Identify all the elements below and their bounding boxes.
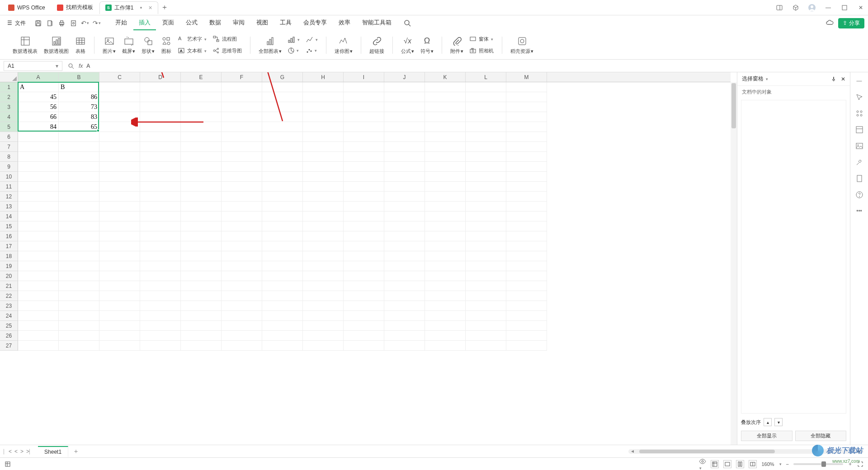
share-button[interactable]: ⇪ 分享 (838, 18, 864, 28)
row-header[interactable]: 19 (0, 261, 18, 271)
cell[interactable] (222, 331, 262, 341)
cell[interactable] (466, 112, 506, 122)
cell[interactable] (303, 192, 344, 202)
cell[interactable] (344, 331, 384, 341)
screenshot-button[interactable]: 截屏▾ (121, 35, 136, 56)
column-header[interactable]: A (18, 72, 59, 82)
cell[interactable] (222, 241, 262, 251)
cell[interactable] (384, 231, 425, 241)
preview-icon[interactable] (69, 19, 77, 27)
menu-tab-效率[interactable]: 效率 (333, 16, 356, 30)
cell[interactable] (140, 162, 181, 172)
cell[interactable] (466, 162, 506, 172)
textbox-button[interactable]: A文本框▾ (177, 47, 208, 56)
cell[interactable] (18, 182, 59, 192)
cell[interactable] (99, 251, 140, 261)
cell[interactable] (181, 152, 222, 162)
cell[interactable] (18, 221, 59, 231)
chart-scatter-icon[interactable]: ▾ (305, 47, 319, 55)
row-header[interactable]: 20 (0, 271, 18, 281)
cell[interactable] (466, 132, 506, 142)
cell[interactable] (262, 132, 303, 142)
column-header[interactable]: M (506, 72, 547, 82)
cell[interactable] (425, 202, 466, 212)
tool-icon[interactable] (854, 157, 864, 167)
cell[interactable] (59, 221, 99, 231)
cell[interactable] (425, 241, 466, 251)
row-header[interactable]: 9 (0, 162, 18, 172)
cell[interactable] (99, 172, 140, 182)
cell[interactable] (222, 311, 262, 321)
scrollbar-thumb[interactable] (639, 450, 775, 453)
cell[interactable] (181, 291, 222, 301)
cell[interactable] (59, 341, 99, 351)
cell[interactable] (506, 172, 547, 182)
cell[interactable] (425, 122, 466, 132)
cell[interactable] (384, 142, 425, 152)
hyperlink-button[interactable]: 超链接 (368, 35, 385, 56)
cell[interactable]: 73 (59, 102, 99, 112)
cell[interactable] (303, 241, 344, 251)
layout-icon[interactable] (854, 125, 864, 135)
wordart-button[interactable]: A艺术字▾ (177, 35, 208, 44)
cell[interactable] (222, 122, 262, 132)
cell[interactable] (425, 152, 466, 162)
cell[interactable] (303, 231, 344, 241)
cell[interactable] (425, 162, 466, 172)
window-close[interactable]: ✕ (856, 3, 865, 12)
page-icon[interactable] (854, 174, 864, 183)
cell[interactable] (466, 102, 506, 112)
cell[interactable] (262, 192, 303, 202)
cell[interactable] (18, 241, 59, 251)
more-icon[interactable]: ••• (854, 206, 864, 216)
flowchart-button[interactable]: 流程图 (212, 35, 243, 44)
cell[interactable]: 66 (18, 112, 59, 122)
cell[interactable] (466, 341, 506, 351)
sheet-last-icon[interactable]: >⎸ (26, 448, 34, 455)
cell[interactable] (344, 212, 384, 221)
cell[interactable] (99, 241, 140, 251)
cell[interactable] (59, 162, 99, 172)
cell[interactable] (425, 182, 466, 192)
cell[interactable] (140, 212, 181, 221)
cell[interactable] (425, 261, 466, 271)
cell[interactable] (99, 162, 140, 172)
cell[interactable] (506, 231, 547, 241)
camera-button[interactable]: 照相机 (469, 47, 495, 56)
cell[interactable] (344, 241, 384, 251)
menu-tab-开始[interactable]: 开始 (110, 16, 132, 30)
cell[interactable] (222, 172, 262, 182)
cell[interactable] (262, 162, 303, 172)
help-icon[interactable] (854, 190, 864, 200)
picture-button[interactable]: 图片▾ (102, 35, 117, 56)
cell[interactable] (425, 281, 466, 291)
cell[interactable] (506, 331, 547, 341)
save-icon[interactable] (34, 19, 42, 27)
cell[interactable] (262, 231, 303, 241)
cell[interactable] (222, 301, 262, 311)
cell[interactable] (181, 251, 222, 261)
tab-wps-office[interactable]: WPS Office (3, 1, 51, 14)
cell[interactable] (466, 271, 506, 281)
cell[interactable] (466, 291, 506, 301)
cell[interactable] (262, 281, 303, 291)
view-normal-icon[interactable] (711, 460, 719, 468)
cell[interactable] (303, 212, 344, 221)
cell[interactable] (140, 331, 181, 341)
move-down-icon[interactable]: ▾ (774, 418, 783, 426)
cell[interactable] (303, 132, 344, 142)
cell[interactable] (18, 331, 59, 341)
cell[interactable] (466, 231, 506, 241)
cell[interactable] (506, 142, 547, 152)
cell[interactable] (425, 132, 466, 142)
cell[interactable] (18, 202, 59, 212)
column-header[interactable]: J (384, 72, 425, 82)
cell[interactable] (384, 102, 425, 112)
undo-icon[interactable]: ↶▾ (81, 19, 89, 27)
cell[interactable] (466, 182, 506, 192)
cell[interactable] (506, 102, 547, 112)
scrollbar-thumb[interactable] (731, 83, 736, 128)
sheet-prev-icon[interactable]: < (14, 448, 18, 455)
chart-line-icon[interactable]: ▾ (305, 36, 319, 44)
spreadsheet-grid[interactable]: ABCDEFGHIJKLM 12345678910111213141516171… (0, 72, 737, 445)
